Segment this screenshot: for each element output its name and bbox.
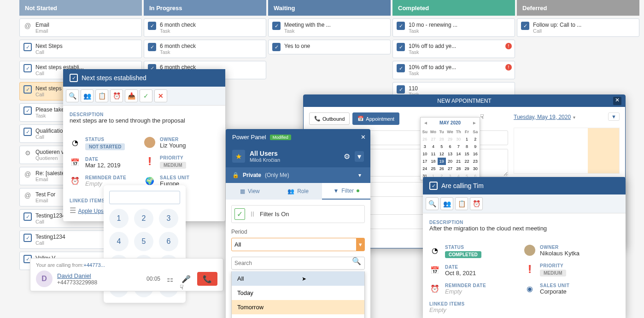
close-icon[interactable]: ✕ — [361, 134, 366, 141]
kanban-card[interactable]: ✓Next StepsCall — [19, 40, 142, 58]
column-header: In Progress — [144, 0, 266, 16]
dropdown-option[interactable]: Yesterday — [232, 314, 364, 318]
calendar-day[interactable]: 26 — [421, 135, 429, 143]
calendar-day[interactable]: 19 — [438, 158, 446, 165]
calendar-day[interactable]: 23 — [471, 158, 480, 165]
calendar-day[interactable]: 20 — [446, 158, 454, 165]
kanban-card[interactable]: @EmailEmail — [19, 18, 142, 37]
task-panel-header: ✓ Next steps established — [63, 69, 225, 87]
task-toolbar: 🔍 👥 📋 ⏰ 📥 ✓ ✕ — [63, 87, 225, 106]
calendar-day[interactable]: 11 — [429, 150, 437, 158]
calendar-day[interactable]: 12 — [438, 150, 446, 158]
numpad-2[interactable]: 2 — [134, 209, 153, 228]
kanban-card[interactable]: ✓6 month checkTask — [144, 40, 266, 58]
kanban-card[interactable]: ✓6 month checkTask — [144, 18, 266, 37]
search-input[interactable] — [231, 257, 365, 270]
calendar-day[interactable]: 26 — [438, 165, 446, 172]
calendar-day[interactable]: 27 — [429, 135, 437, 143]
calendar-day[interactable]: 3 — [421, 143, 429, 150]
calendar-day[interactable]: 6 — [446, 143, 454, 150]
dropdown-option[interactable]: All — [232, 271, 364, 286]
gear-icon[interactable]: ⚙ — [344, 152, 350, 161]
kanban-card[interactable]: ✓10% off to add ye...Task! — [392, 61, 515, 79]
dropdown-option[interactable]: Tomorrow — [232, 300, 364, 314]
calendar-day[interactable]: 29 — [463, 165, 471, 172]
calendar-day[interactable]: 27 — [446, 165, 454, 172]
numpad-3[interactable]: 3 — [159, 209, 178, 228]
kanban-card[interactable]: ✓10% off to add ye...Task! — [392, 40, 515, 58]
numpad-4[interactable]: 4 — [109, 232, 129, 251]
people-icon[interactable]: 👥 — [81, 89, 94, 102]
calendar-day[interactable]: 30 — [471, 165, 480, 172]
search-icon[interactable]: 🔍 — [352, 257, 361, 265]
filter-icon[interactable]: ▼ — [608, 112, 620, 121]
calendar-day[interactable]: 5 — [438, 143, 446, 150]
calendar-day[interactable]: 24 — [421, 165, 429, 172]
avatar — [524, 245, 535, 256]
calendar-day[interactable]: 9 — [471, 143, 480, 150]
copy-icon[interactable]: 📋 — [455, 197, 468, 210]
calendar-day[interactable]: 22 — [463, 158, 471, 165]
alarm-icon[interactable]: ⏰ — [470, 197, 483, 210]
complete-icon[interactable]: ✓ — [140, 89, 152, 102]
star-icon[interactable]: ★ — [232, 150, 245, 163]
kanban-card[interactable]: ✓Follow up: Call to ...Call — [517, 18, 639, 37]
numpad-6[interactable]: 6 — [159, 232, 178, 251]
next-month[interactable]: ► — [472, 120, 477, 125]
close-icon[interactable]: ✕ — [154, 89, 167, 102]
numpad-1[interactable]: 1 — [109, 209, 129, 228]
calendar-icon: 📅 — [429, 265, 440, 276]
checkbox-icon: ✓ — [272, 43, 281, 51]
date-link[interactable]: Tuesday, May 19, 2020 — [514, 114, 571, 120]
calendar-day[interactable]: 14 — [454, 150, 463, 158]
email-icon: @ — [23, 191, 32, 200]
period-select[interactable]: All▾ — [231, 238, 365, 251]
calendar-day[interactable]: 2 — [471, 135, 480, 143]
calendar-day[interactable]: 25 — [429, 165, 437, 172]
kanban-card[interactable]: ✓Yes to one — [268, 40, 391, 54]
caller-name[interactable]: David Daniel — [57, 272, 97, 279]
archive-icon[interactable]: 📥 — [125, 89, 138, 102]
calendar-day[interactable]: 30 — [454, 135, 463, 143]
search-icon[interactable]: 🔍 — [426, 197, 439, 210]
prev-month[interactable]: ◄ — [423, 120, 428, 125]
tab-view[interactable]: ▦ View — [226, 183, 274, 200]
numpad-5[interactable]: 5 — [134, 232, 153, 251]
search-icon[interactable]: 🔍 — [66, 89, 79, 102]
calendar-day[interactable]: 16 — [471, 150, 480, 158]
tab-filter[interactable]: ▼ Filter — [322, 183, 370, 200]
calendar-day[interactable]: 4 — [429, 143, 437, 150]
calendar-day[interactable]: 18 — [429, 158, 437, 165]
outbound-button[interactable]: 📞 Outbound — [309, 112, 350, 125]
calendar-day[interactable]: 1 — [463, 135, 471, 143]
people-icon[interactable]: 👥 — [440, 197, 453, 210]
calendar-day[interactable]: 17 — [421, 158, 429, 165]
dropdown-option[interactable]: Today — [232, 286, 364, 300]
calendar-day[interactable]: 28 — [438, 135, 446, 143]
chevron-down-icon[interactable]: ▾ — [355, 151, 364, 162]
kanban-card[interactable]: ✓Meeting with the ...Task — [268, 18, 391, 37]
copy-icon[interactable]: 📋 — [95, 89, 108, 102]
kanban-card[interactable]: ✓10 mo - renewing ...Task — [392, 18, 515, 37]
calendar-day[interactable]: 15 — [463, 150, 471, 158]
chevron-down-icon[interactable]: ▾ — [356, 171, 364, 179]
checkbox-icon: ✓ — [23, 128, 32, 136]
hangup-button[interactable]: 📞 — [197, 272, 217, 286]
calendar-day[interactable]: 13 — [446, 150, 454, 158]
calendar-day[interactable]: 21 — [454, 158, 463, 165]
close-icon[interactable]: ✕ — [613, 97, 621, 105]
calendar-day[interactable]: 7 — [454, 143, 463, 150]
alarm-icon[interactable]: ⏰ — [110, 89, 123, 102]
mute-icon[interactable]: 🎤 — [181, 275, 191, 283]
tab-role[interactable]: 👥 Role — [274, 183, 322, 200]
unit-icon: ◉ — [524, 283, 535, 294]
calendar-day[interactable]: 29 — [446, 135, 454, 143]
dialpad-icon[interactable]: ⚏ — [167, 275, 173, 283]
checkbox-icon: ✓ — [397, 43, 405, 51]
calendar-day[interactable]: 10 — [421, 150, 429, 158]
calendar-day[interactable]: 28 — [454, 165, 463, 172]
dial-input[interactable] — [109, 191, 180, 204]
calendar-day[interactable]: 8 — [463, 143, 471, 150]
checkbox-icon: ✓ — [148, 43, 156, 51]
appointment-button[interactable]: 📅 Appointment — [352, 112, 399, 125]
